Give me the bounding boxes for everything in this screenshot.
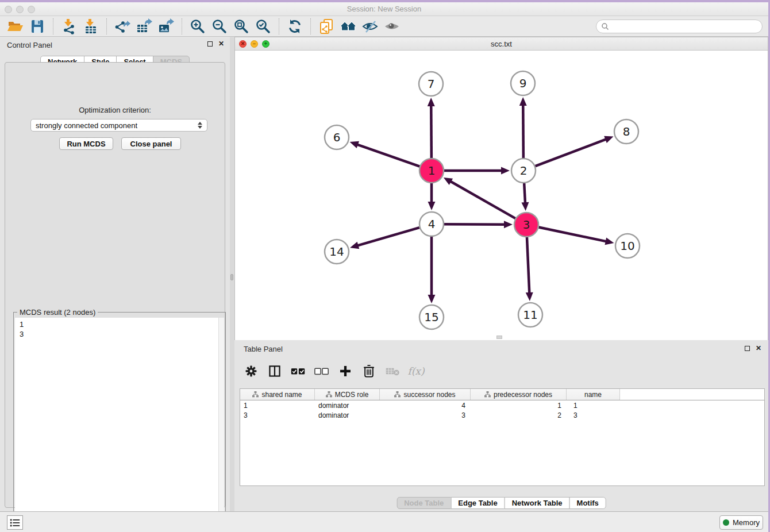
close-panel-icon[interactable]: ✕	[218, 41, 224, 47]
import-table-icon[interactable]	[80, 17, 102, 36]
column-header-MCDS-role[interactable]: MCDS role	[315, 389, 380, 400]
zoom-selected-icon[interactable]	[252, 17, 274, 36]
search-box[interactable]	[596, 20, 763, 33]
task-history-button[interactable]	[7, 515, 23, 530]
criterion-select[interactable]: strongly connected component	[30, 119, 207, 132]
result-item: 1	[20, 319, 224, 329]
graph-edge-arrowhead	[350, 141, 359, 148]
table-cell[interactable]: 4	[380, 400, 471, 410]
export-table-icon[interactable]	[133, 17, 155, 36]
table-cell[interactable]: 2	[471, 410, 567, 420]
select-all-checkboxes-icon[interactable]	[290, 363, 307, 380]
deselect-all-checkboxes-icon[interactable]	[313, 363, 330, 380]
home-views-icon[interactable]	[337, 17, 359, 36]
graph-edge-arrowhead	[519, 97, 527, 106]
network-document-icon[interactable]	[315, 17, 337, 36]
graph-node-label-15: 15	[424, 310, 438, 324]
graph-node-label-9: 9	[519, 76, 527, 90]
column-header-name[interactable]: name	[567, 389, 620, 400]
table-tab-network-table[interactable]: Network Table	[505, 497, 570, 509]
open-file-icon[interactable]	[5, 17, 26, 36]
graph-edge-1-7[interactable]	[431, 105, 432, 158]
graph-edge-4-3[interactable]	[444, 224, 505, 225]
control-panel-title: Control Panel	[7, 41, 52, 49]
zoom-in-icon[interactable]	[187, 17, 209, 36]
zoom-out-icon[interactable]	[209, 17, 230, 36]
table-cell[interactable]: 1	[567, 400, 620, 410]
table-row[interactable]: 1dominator411	[240, 400, 764, 410]
float-table-panel-icon[interactable]	[745, 346, 750, 351]
column-header-predecessor-nodes[interactable]: predecessor nodes	[471, 389, 567, 400]
result-item: 3	[20, 329, 224, 339]
column-header-successor-nodes[interactable]: successor nodes	[380, 389, 471, 400]
hide-graphics-details-icon[interactable]	[359, 17, 381, 36]
column-header-label: MCDS role	[335, 391, 369, 399]
table-cell[interactable]: dominator	[315, 410, 380, 420]
show-columns-icon[interactable]	[266, 363, 283, 380]
mcds-result-group: MCDS result (2 nodes) 13	[13, 312, 226, 527]
graph-node-label-3: 3	[523, 218, 530, 232]
close-panel-button[interactable]: Close panel	[121, 137, 181, 150]
graph-edge-1-6[interactable]	[357, 144, 419, 166]
table-tab-motifs[interactable]: Motifs	[569, 497, 606, 509]
add-row-icon[interactable]	[337, 363, 354, 380]
close-table-panel-icon[interactable]: ✕	[756, 345, 761, 351]
graph-edge-2-9[interactable]	[523, 105, 523, 158]
graph-node-label-11: 11	[523, 308, 537, 322]
table-options-gear-icon[interactable]	[242, 363, 260, 380]
graph-edge-3-1[interactable]	[450, 181, 515, 218]
node-table: shared nameMCDS rolesuccessor nodesprede…	[240, 388, 765, 486]
apply-layout-icon[interactable]	[284, 17, 306, 36]
table-cell[interactable]: dominator	[315, 400, 380, 410]
network-canvas[interactable]: 1234678910111415	[235, 51, 768, 340]
table-panel-tabs: Node TableEdge TableNetwork TableMotifs	[396, 497, 606, 509]
graph-edge-arrowhead	[504, 221, 513, 228]
table-cell[interactable]: 3	[567, 410, 620, 420]
toolbar-separator	[310, 18, 311, 34]
graph-edge-arrowhead	[521, 202, 529, 211]
main-toolbar	[0, 16, 768, 37]
import-network-icon[interactable]	[58, 17, 80, 36]
graph-node-label-10: 10	[620, 239, 634, 253]
table-cell[interactable]: 1	[471, 400, 567, 410]
toolbar-separator	[182, 18, 182, 34]
table-tab-node-table[interactable]: Node Table	[396, 497, 451, 509]
list-icon	[9, 518, 21, 528]
show-graphics-details-icon[interactable]	[381, 17, 403, 36]
network-scrollbar-grip[interactable]	[496, 336, 502, 339]
search-input[interactable]	[609, 21, 762, 32]
run-mcds-button[interactable]: Run MCDS	[59, 137, 113, 150]
splitter-grip[interactable]	[230, 274, 233, 280]
graph-edge-4-14[interactable]	[357, 228, 419, 246]
toolbar-separator	[279, 18, 279, 34]
window-title: Session: New Session	[0, 5, 768, 13]
graph-edge-3-10[interactable]	[539, 228, 607, 242]
table-row[interactable]: 3dominator323	[240, 410, 764, 420]
vertical-splitter[interactable]	[230, 37, 234, 511]
export-network-icon[interactable]	[111, 17, 133, 36]
graph-edge-2-8[interactable]	[536, 139, 607, 166]
graph-node-label-1: 1	[428, 164, 436, 178]
table-cell[interactable]: 1	[240, 400, 315, 410]
graph-edge-arrowhead	[526, 292, 533, 301]
float-panel-icon[interactable]	[207, 41, 213, 47]
table-body: 1dominator4113dominator323	[240, 400, 764, 420]
export-image-icon[interactable]	[155, 17, 177, 36]
result-scrollbar[interactable]	[218, 318, 224, 525]
save-session-icon[interactable]	[26, 17, 48, 36]
table-cell[interactable]: 3	[240, 410, 315, 420]
table-cell[interactable]: 3	[380, 410, 471, 420]
graph-edge-3-11[interactable]	[527, 237, 529, 294]
function-builder-icon[interactable]: f(x)	[407, 363, 425, 380]
table-header-row: shared nameMCDS rolesuccessor nodesprede…	[240, 389, 764, 400]
graph-edge-2-3[interactable]	[524, 183, 525, 203]
zoom-fit-icon[interactable]	[230, 17, 252, 36]
delete-table-icon[interactable]	[384, 363, 401, 380]
delete-rows-icon[interactable]	[360, 363, 378, 380]
mcds-result-title: MCDS result (2 nodes)	[17, 308, 98, 317]
memory-button[interactable]: Memory	[719, 515, 763, 530]
column-header-shared-name[interactable]: shared name	[240, 389, 315, 400]
table-tab-edge-table[interactable]: Edge Table	[451, 497, 505, 509]
toolbar-separator	[53, 18, 53, 34]
column-type-icon	[252, 391, 259, 398]
